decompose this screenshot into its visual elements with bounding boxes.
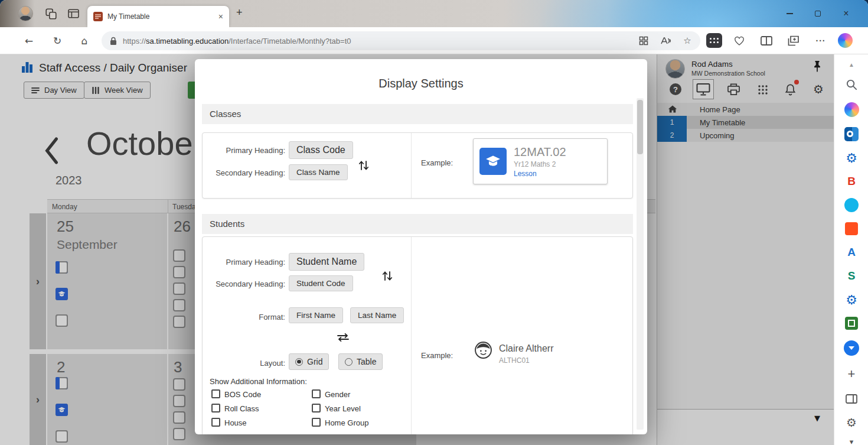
checkbox-home-group[interactable] [312, 418, 321, 427]
browser-toolbar: ← ↻ ⌂ https://sa.timetabling.education/I… [0, 27, 868, 54]
student-primary-heading-button[interactable]: Student Name [289, 253, 364, 271]
button-label: Class Name [296, 168, 340, 177]
settings-more-icon[interactable]: ··· [814, 34, 828, 47]
url-scheme: https:// [123, 37, 146, 46]
class-primary-heading-button[interactable]: Class Code [289, 141, 353, 159]
app-icon-orange-square[interactable] [834, 220, 868, 238]
split-screen-icon[interactable] [759, 34, 774, 47]
checkbox-label: House [224, 418, 247, 427]
student-secondary-heading-button[interactable]: Student Code [289, 275, 353, 291]
app-icon-gear-blue[interactable]: ⚙ [834, 291, 868, 308]
sidebar-pane-toggle-icon[interactable] [834, 390, 868, 408]
button-label: Class Code [296, 145, 345, 155]
students-section-header: Students [202, 214, 633, 234]
example-student-code: ALTHC01 [499, 356, 530, 365]
class-example-card: 12MAT.02 Yr12 Maths 2 Lesson [473, 138, 608, 184]
checkbox-year-level[interactable] [312, 404, 321, 412]
classes-section-header: Classes [202, 104, 633, 124]
button-label: Student Name [296, 256, 357, 267]
back-icon[interactable]: ← [21, 33, 37, 48]
app-icon-blue-a[interactable]: A [834, 243, 868, 261]
app-icon-teal-circle[interactable] [834, 196, 868, 214]
app-icon-green-square[interactable] [834, 314, 868, 332]
copilot-icon[interactable] [838, 33, 853, 48]
checkbox-gender[interactable] [312, 389, 321, 398]
pinned-extension-icon[interactable] [706, 33, 722, 48]
tab-title: My Timetable [107, 12, 214, 21]
tab-groups-icon[interactable] [638, 35, 650, 47]
settings-app-icon[interactable]: ⚙ [834, 149, 868, 167]
radio-unselected-icon [345, 358, 353, 366]
button-label: Last Name [358, 311, 396, 320]
url-text: https://sa.timetabling.education/Interfa… [123, 37, 351, 46]
browser-tab[interactable]: My Timetable × [87, 6, 229, 27]
site-info-lock-icon[interactable] [110, 37, 117, 46]
address-bar[interactable]: https://sa.timetabling.education/Interfa… [102, 31, 700, 50]
favorites-star-icon[interactable]: ☆ [681, 35, 693, 47]
modal-title: Display Settings [195, 77, 647, 90]
checkbox-label: Year Level [325, 404, 361, 413]
browser-window: My Timetable × + × ← ↻ ⌂ https://sa.time… [0, 0, 868, 445]
class-secondary-heading-button[interactable]: Class Name [289, 164, 348, 180]
sidebar-more-apps-button[interactable] [834, 339, 868, 357]
layout-table-radio[interactable]: Table [338, 353, 383, 370]
new-tab-button[interactable]: + [236, 7, 243, 19]
sidebar-settings-icon[interactable]: ⚙ [834, 414, 868, 431]
example-student-name: Claire Altherr [499, 343, 553, 354]
button-label: First Name [296, 311, 335, 320]
checkbox-bos-code[interactable] [211, 389, 220, 398]
format-last-name-button[interactable]: Last Name [350, 307, 404, 323]
maximize-button[interactable] [805, 5, 830, 22]
tab-actions-icon[interactable] [67, 8, 79, 20]
checkbox-roll-class[interactable] [211, 404, 220, 412]
format-first-name-button[interactable]: First Name [289, 307, 343, 323]
sidebar-scroll-down-icon[interactable]: ▾ [834, 433, 868, 445]
primary-heading-label: Primary Heading: [207, 146, 285, 155]
checkbox-label: Roll Class [224, 404, 259, 413]
display-settings-modal: Display Settings Classes Primary Heading… [195, 59, 647, 434]
url-path: /Interface/Timetable/Monthly?tab=t0 [229, 37, 351, 46]
class-cap-icon [479, 148, 507, 175]
radio-selected-icon [295, 358, 303, 366]
example-class-link[interactable]: Lesson [514, 170, 566, 178]
divider [411, 133, 412, 198]
sidebar-scroll-up-icon[interactable]: ▲ [834, 56, 868, 73]
modal-scrollbar-thumb[interactable] [637, 100, 643, 154]
add-app-button[interactable]: + [834, 365, 868, 383]
additional-info-label: Show Additional Information: [210, 377, 307, 386]
copilot-app-icon[interactable] [834, 100, 868, 118]
secondary-heading-label: Secondary Heading: [207, 280, 285, 288]
search-icon[interactable] [834, 76, 868, 93]
layout-grid-radio[interactable]: Grid [289, 353, 329, 370]
refresh-icon[interactable]: ↻ [50, 33, 65, 48]
outlook-app-icon[interactable] [834, 125, 868, 143]
classes-section-card: Primary Heading: Class Code Secondary He… [202, 132, 633, 199]
button-label: Student Code [296, 279, 345, 288]
app-icon-red-b[interactable]: B [834, 173, 868, 190]
minimize-button[interactable] [777, 5, 802, 22]
checkbox-house[interactable] [211, 418, 220, 427]
edge-sidebar: ▲ ⚙ B A S ⚙ + ⚙ ▾ [834, 54, 868, 445]
checkbox-label: Gender [325, 390, 350, 399]
read-aloud-icon[interactable] [660, 35, 672, 47]
tab-close-icon[interactable]: × [218, 12, 223, 21]
format-label: Format: [207, 313, 285, 321]
divider [411, 237, 412, 434]
collections-icon[interactable] [787, 34, 801, 47]
app-icon-green-s[interactable]: S [834, 267, 868, 285]
checkbox-label: Home Group [325, 418, 368, 427]
example-label: Example: [421, 158, 453, 167]
secondary-heading-label: Secondary Heading: [207, 168, 285, 177]
browser-essentials-icon[interactable] [732, 34, 746, 47]
browser-profile-avatar[interactable] [18, 6, 33, 21]
workspaces-icon[interactable] [45, 8, 57, 20]
modal-scrollbar[interactable] [637, 98, 644, 430]
example-class-code: 12MAT.02 [514, 145, 566, 159]
radio-label: Grid [307, 357, 322, 366]
checkbox-label: BOS Code [224, 390, 261, 399]
tab-favicon [93, 12, 103, 21]
layout-label: Layout: [207, 359, 285, 368]
home-icon[interactable]: ⌂ [77, 33, 92, 48]
example-class-name: Yr12 Maths 2 [514, 160, 566, 168]
close-button[interactable]: × [834, 5, 859, 22]
